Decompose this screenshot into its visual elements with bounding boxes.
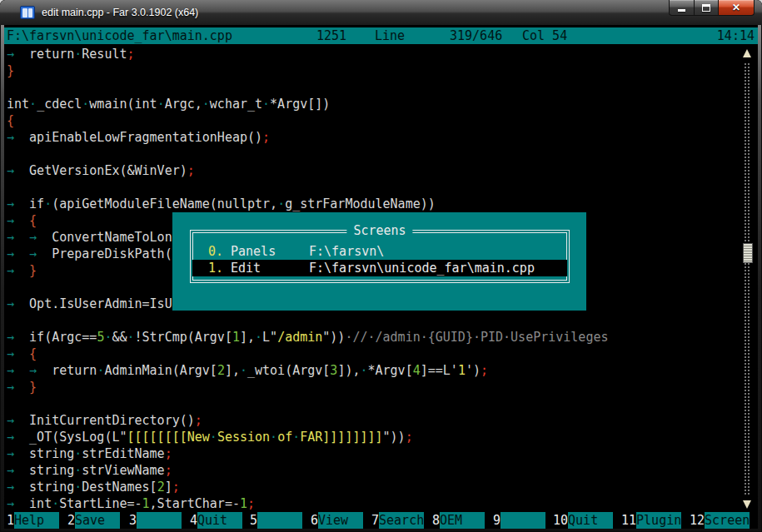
keybar-fnumber: 12 xyxy=(690,513,705,528)
close-button[interactable]: ✕ xyxy=(719,0,755,16)
keybar-item-f3[interactable]: 3 xyxy=(129,512,182,529)
keybar-flabel: Save xyxy=(75,512,120,529)
screens-list: 0.PanelsF:\farsvn\1.EditF:\farsvn\unicod… xyxy=(192,243,567,276)
keybar-fnumber: 3 xyxy=(129,513,137,528)
keybar-fnumber: 6 xyxy=(311,513,318,528)
code-line: → return·Result; xyxy=(7,46,758,62)
maximize-button[interactable] xyxy=(694,0,719,16)
scrollbar-track[interactable] xyxy=(744,62,750,495)
code-line: → if·(apiGetModuleFileName(nullptr,·g_st… xyxy=(7,196,758,212)
window-title: edit main.cpp - Far 3.0.1902 (x64) xyxy=(42,7,198,18)
screens-item-num: 0. xyxy=(208,243,223,260)
editor-console: F:\farsvn\unicode_far\main.cpp 1251 Line… xyxy=(4,25,758,529)
code-line: → } xyxy=(7,379,758,395)
code-line xyxy=(7,395,758,412)
maximize-icon xyxy=(702,4,710,12)
keybar-fnumber: 5 xyxy=(250,513,257,528)
keybar-fnumber: 1 xyxy=(7,513,14,528)
clock: 14:14 xyxy=(717,27,755,44)
screens-item-num: 1. xyxy=(208,260,223,276)
line-label: Line xyxy=(375,27,405,44)
file-path: F:\farsvn\unicode_far\main.cpp xyxy=(7,27,232,44)
keybar-flabel: Plugin xyxy=(636,512,681,529)
column-indicator: Col 54 xyxy=(522,27,567,44)
minimize-icon xyxy=(678,9,685,12)
keybar-flabel: OEM xyxy=(440,512,485,529)
keybar-item-f11[interactable]: 11Plugin xyxy=(621,512,681,529)
far-manager-window: edit main.cpp - Far 3.0.1902 (x64) ✕ F:\… xyxy=(0,0,762,532)
function-keybar: 1Help2Save34Quit56View7Search8OEM910Quit… xyxy=(4,512,758,529)
minimize-button[interactable] xyxy=(669,0,694,16)
keybar-flabel xyxy=(257,512,302,529)
screens-item-panels[interactable]: 0.PanelsF:\farsvn\ xyxy=(192,243,567,260)
line-position: 319/646 xyxy=(450,27,502,44)
code-line: int·_cdecl·wmain(int·Argc,·wchar_t·*Argv… xyxy=(7,96,758,112)
keybar-item-f2[interactable]: 2Save xyxy=(67,512,120,529)
code-line: → apiEnableLowFragmentationHeap(); xyxy=(7,129,758,146)
keybar-item-f7[interactable]: 7Search xyxy=(371,512,424,529)
screens-item-label: Edit xyxy=(231,260,261,276)
keybar-item-f10[interactable]: 10Quit xyxy=(553,512,613,529)
code-line: → if(Argc==5·&&·!StrCmp(Argv[1],·L"/admi… xyxy=(7,329,758,346)
keybar-flabel: View xyxy=(318,512,363,529)
screens-dialog: Screens 0.PanelsF:\farsvn\1.EditF:\farsv… xyxy=(172,212,586,311)
keybar-item-f9[interactable]: 9 xyxy=(493,512,545,529)
screens-item-path: F:\farsvn\unicode_far\main.cpp xyxy=(309,260,535,276)
dialog-title: Screens xyxy=(346,222,412,239)
keybar-fnumber: 2 xyxy=(67,513,75,528)
close-icon: ✕ xyxy=(732,2,740,13)
code-line xyxy=(7,179,758,196)
scroll-down-icon[interactable] xyxy=(743,500,751,509)
editor-scrollbar[interactable] xyxy=(742,47,752,509)
code-line: → string·strEditName; xyxy=(7,445,758,462)
keybar-flabel xyxy=(501,512,545,529)
keybar-item-f6[interactable]: 6View xyxy=(311,512,363,529)
screens-dialog-border: Screens 0.PanelsF:\farsvn\1.EditF:\farsv… xyxy=(190,230,570,283)
code-line: } xyxy=(7,62,758,79)
keybar-flabel: Search xyxy=(379,512,424,529)
keybar-fnumber: 4 xyxy=(190,513,197,528)
code-line: → { xyxy=(7,346,758,362)
code-line: { xyxy=(7,112,758,129)
keybar-flabel: Quit xyxy=(568,512,613,529)
screens-item-label: Panels xyxy=(231,243,276,260)
code-line xyxy=(7,312,758,329)
code-line: → → return·AdminMain(Argv[2],·_wtoi(Argv… xyxy=(7,362,758,379)
keybar-item-f12[interactable]: 12Screen xyxy=(690,512,750,529)
scrollbar-thumb[interactable] xyxy=(743,243,753,263)
keybar-item-f8[interactable]: 8OEM xyxy=(432,512,485,529)
code-line: → int·StartLine=-1,StartChar=-1; xyxy=(7,495,758,512)
code-line: → string·DestNames[2]; xyxy=(7,479,758,495)
screens-item-path: F:\farsvn\ xyxy=(309,243,384,260)
keybar-item-f5[interactable]: 5 xyxy=(250,512,302,529)
keybar-fnumber: 7 xyxy=(371,513,379,528)
code-line: → InitCurrentDirectory(); xyxy=(7,412,758,429)
code-line: → string·strViewName; xyxy=(7,462,758,479)
keybar-item-f4[interactable]: 4Quit xyxy=(190,512,242,529)
keybar-flabel: Help xyxy=(14,512,59,529)
keybar-flabel: Quit xyxy=(197,512,242,529)
codepage: 1251 xyxy=(316,27,346,44)
code-line: → _OT(SysLog(L"[[[[[[[[New·Session·of·FA… xyxy=(7,429,758,445)
titlebar[interactable]: edit main.cpp - Far 3.0.1902 (x64) ✕ xyxy=(0,0,762,25)
screens-item-edit[interactable]: 1.EditF:\farsvn\unicode_far\main.cpp xyxy=(192,260,567,276)
keybar-fnumber: 10 xyxy=(553,513,568,528)
code-line xyxy=(7,79,758,96)
editor-statusbar: F:\farsvn\unicode_far\main.cpp 1251 Line… xyxy=(4,27,758,44)
code-line: → GetVersionEx(&WinVer); xyxy=(7,162,758,179)
keybar-fnumber: 8 xyxy=(432,513,440,528)
far-app-icon xyxy=(20,6,35,19)
keybar-fnumber: 9 xyxy=(493,513,501,528)
keybar-flabel xyxy=(137,512,182,529)
keybar-fnumber: 11 xyxy=(621,513,636,528)
caption-buttons: ✕ xyxy=(669,0,755,16)
keybar-flabel: Screen xyxy=(705,512,750,529)
scroll-up-icon[interactable] xyxy=(743,49,751,57)
code-line xyxy=(7,146,758,162)
keybar-item-f1[interactable]: 1Help xyxy=(7,512,59,529)
